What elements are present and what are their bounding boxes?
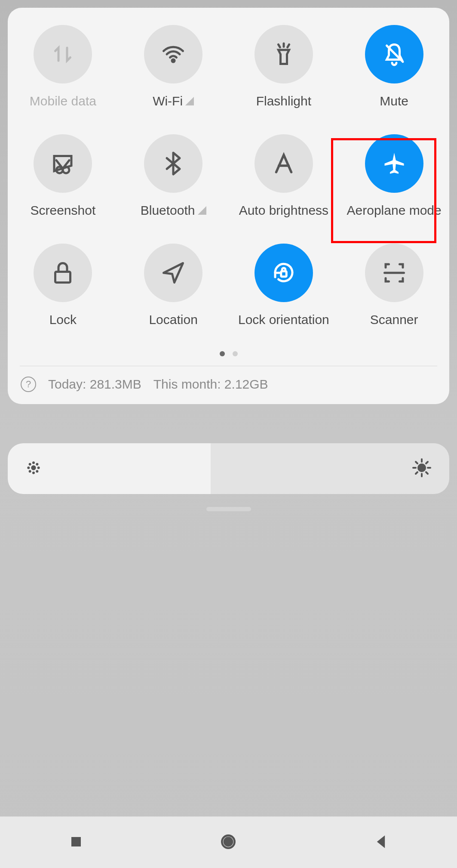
- location-icon: [144, 244, 202, 302]
- divider: [20, 366, 437, 366]
- tile-lock[interactable]: Lock: [8, 244, 118, 327]
- tile-label: Screenshot: [30, 203, 95, 218]
- brightness-high-icon: [411, 457, 432, 480]
- tile-label: Bluetooth: [141, 203, 206, 218]
- svg-point-13: [32, 466, 35, 470]
- lock-orientation-icon: [255, 244, 313, 302]
- mobile-data-icon: [34, 25, 92, 83]
- usage-today: Today: 281.3MB: [48, 377, 141, 392]
- tile-label: Mute: [380, 94, 408, 108]
- page-indicator: [8, 351, 449, 356]
- nav-recent-button[interactable]: [67, 832, 86, 853]
- tile-scanner[interactable]: Scanner: [339, 244, 449, 327]
- nav-back-button[interactable]: [371, 832, 390, 853]
- svg-rect-10: [55, 272, 71, 283]
- tile-bluetooth[interactable]: Bluetooth: [118, 134, 229, 218]
- tile-label: Wi-Fi: [153, 94, 194, 108]
- tile-label: Lock orientation: [238, 312, 329, 327]
- svg-point-0: [172, 59, 175, 62]
- flashlight-icon: [255, 25, 313, 83]
- tile-label: Flashlight: [256, 94, 311, 108]
- signal-icon: [185, 97, 194, 105]
- svg-line-27: [416, 462, 417, 463]
- tile-flashlight[interactable]: Flashlight: [229, 25, 339, 108]
- brightness-slider[interactable]: [8, 443, 449, 494]
- wifi-icon: [144, 25, 202, 83]
- airplane-icon: [365, 134, 423, 193]
- tile-aeroplane-mode[interactable]: Aeroplane mode: [339, 134, 449, 218]
- svg-point-16: [28, 467, 29, 469]
- quick-settings-panel: Mobile data Wi-Fi Flashlight: [8, 8, 449, 404]
- svg-line-28: [426, 472, 428, 474]
- data-usage-row[interactable]: ? Today: 281.3MB This month: 2.12GB: [8, 377, 449, 392]
- signal-icon: [198, 206, 206, 215]
- page-dot: [220, 351, 225, 356]
- screenshot-icon: [34, 134, 92, 193]
- tile-label: Aeroplane mode: [347, 203, 442, 218]
- tile-screenshot[interactable]: Screenshot: [8, 134, 118, 218]
- drag-handle[interactable]: [206, 507, 251, 511]
- nav-home-button[interactable]: [219, 832, 238, 853]
- page-dot: [233, 351, 238, 356]
- tile-label: Lock: [49, 312, 77, 327]
- svg-point-22: [418, 464, 425, 471]
- lock-icon: [34, 244, 92, 302]
- auto-brightness-icon: [255, 134, 313, 193]
- svg-rect-31: [71, 837, 81, 846]
- bluetooth-icon: [144, 134, 202, 193]
- svg-line-29: [416, 472, 417, 474]
- tile-label: Location: [149, 312, 197, 327]
- svg-line-30: [426, 462, 428, 463]
- svg-point-14: [33, 462, 34, 463]
- svg-point-18: [29, 463, 31, 465]
- svg-point-33: [224, 837, 232, 845]
- tiles-grid: Mobile data Wi-Fi Flashlight: [8, 25, 449, 327]
- tile-label: Mobile data: [30, 94, 96, 108]
- svg-point-21: [37, 471, 38, 472]
- svg-point-17: [38, 467, 39, 469]
- tile-auto-brightness[interactable]: Auto brightness: [229, 134, 339, 218]
- usage-month: This month: 2.12GB: [153, 377, 268, 392]
- svg-line-2: [278, 45, 280, 47]
- tile-mute[interactable]: Mute: [339, 25, 449, 108]
- brightness-low-icon: [25, 459, 42, 478]
- tile-lock-orientation[interactable]: Lock orientation: [229, 244, 339, 327]
- svg-point-19: [37, 463, 38, 465]
- scanner-icon: [365, 244, 423, 302]
- svg-point-15: [33, 472, 34, 473]
- mute-icon: [365, 25, 423, 83]
- tile-label: Auto brightness: [239, 203, 328, 218]
- tile-label: Scanner: [370, 312, 418, 327]
- tile-wifi[interactable]: Wi-Fi: [118, 25, 229, 108]
- svg-point-20: [29, 471, 31, 472]
- tile-location[interactable]: Location: [118, 244, 229, 327]
- help-icon: ?: [21, 377, 36, 392]
- svg-line-3: [288, 45, 289, 47]
- tile-mobile-data[interactable]: Mobile data: [8, 25, 118, 108]
- navigation-bar: [0, 816, 457, 868]
